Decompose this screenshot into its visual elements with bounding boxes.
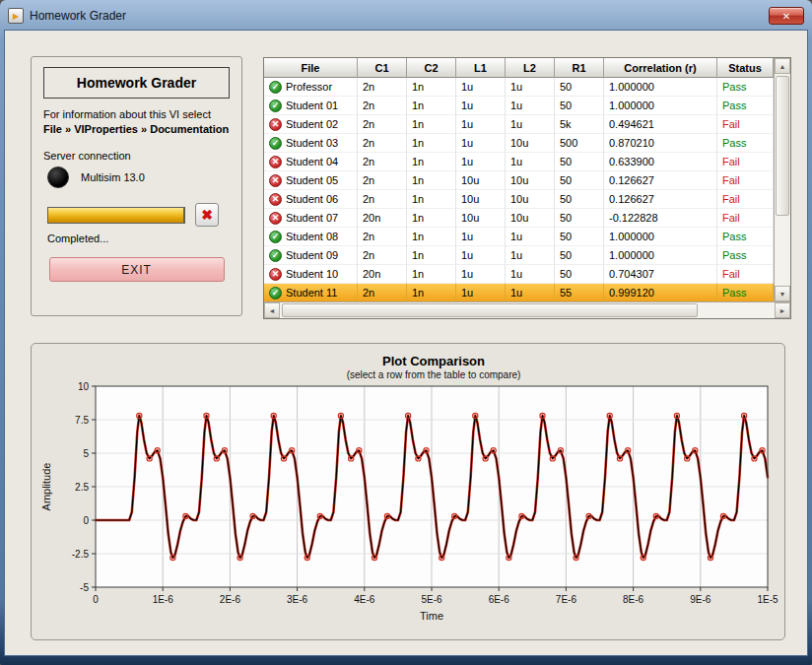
column-header[interactable]: Status	[717, 58, 774, 78]
value-cell: 1n	[407, 115, 456, 134]
table-row[interactable]: ✕Student 062n1n10u10u500.126627Fail	[264, 190, 774, 209]
column-header[interactable]: L2	[506, 58, 555, 78]
x-tick-label: 5E-6	[421, 594, 442, 605]
plot-area[interactable]: 01E-62E-63E-64E-65E-66E-67E-68E-69E-61E-…	[32, 382, 784, 629]
x-axis-label: Time	[420, 610, 443, 622]
table-row[interactable]: ✕Student 0720n1n10u10u50-0.122828Fail	[264, 209, 774, 228]
column-header[interactable]: C1	[358, 58, 407, 78]
value-cell: 1u	[456, 284, 506, 301]
value-cell: 1.000000	[604, 228, 717, 246]
server-name: Multisim 13.0	[81, 171, 145, 183]
table-row[interactable]: ✓Student 032n1n1u10u5000.870210Pass	[264, 134, 774, 153]
value-cell: 1u	[456, 97, 506, 115]
table-row[interactable]: ✓Student 092n1n1u1u501.000000Pass	[264, 246, 774, 265]
pass-icon: ✓	[269, 137, 282, 150]
value-cell: 1.000000	[604, 78, 717, 97]
file-name: Student 09	[286, 249, 338, 261]
column-header[interactable]: File	[264, 58, 358, 78]
value-cell: 1n	[407, 97, 456, 115]
column-header[interactable]: Correlation (r)	[604, 58, 717, 78]
value-cell: 1u	[506, 284, 555, 301]
table-row[interactable]: ✓Student 082n1n1u1u501.000000Pass	[264, 228, 774, 246]
value-cell: 5k	[555, 115, 604, 134]
file-cell-content: ✓Student 09	[269, 246, 355, 264]
plot-panel: Plot Comparison (select a row from the t…	[31, 343, 785, 640]
pass-icon: ✓	[269, 287, 282, 299]
value-cell: 50	[555, 228, 604, 246]
column-header[interactable]: C2	[407, 58, 456, 78]
labview-arrow-icon: ▶	[13, 12, 19, 21]
column-header[interactable]: L1	[456, 58, 506, 78]
comparison-chart[interactable]: 01E-62E-63E-64E-65E-66E-67E-68E-69E-61E-…	[34, 382, 779, 629]
vertical-scroll-track[interactable]	[775, 74, 790, 286]
close-icon: ✕	[782, 11, 790, 22]
table-row[interactable]: ✕Student 022n1n1u1u5k0.494621Fail	[264, 115, 774, 134]
horizontal-scroll-thumb[interactable]	[282, 303, 698, 317]
status-cell: Pass	[717, 284, 774, 301]
file-cell: ✕Student 02	[264, 115, 358, 134]
file-cell: ✕Student 07	[264, 209, 358, 228]
status-cell: Fail	[717, 115, 774, 134]
y-tick-label: -5	[80, 582, 89, 593]
server-led-indicator[interactable]	[47, 166, 69, 188]
value-cell: 2n	[358, 246, 407, 265]
scroll-left-icon: ◄	[269, 307, 276, 314]
value-cell: 2n	[358, 171, 407, 190]
value-cell: 20n	[358, 209, 407, 228]
scroll-up-button[interactable]: ▲	[775, 58, 790, 74]
table-scroll-region: FileC1C2L1L2R1Correlation (r)Status ✓Pro…	[264, 58, 790, 301]
value-cell: 2n	[358, 284, 407, 301]
info-text: For information about this VI select Fil…	[43, 107, 230, 137]
file-name: Student 01	[286, 100, 338, 111]
table-row[interactable]: ✓Professor2n1n1u1u501.000000Pass	[264, 78, 774, 97]
x-tick-label: 1E-5	[757, 594, 778, 605]
table-row[interactable]: ✓Student 012n1n1u1u501.000000Pass	[264, 97, 774, 115]
file-cell-content: ✓Professor	[269, 78, 355, 96]
y-tick-label: -2.5	[72, 549, 90, 560]
value-cell: 1u	[456, 134, 506, 153]
value-cell: 1.000000	[604, 97, 717, 115]
fail-icon: ✕	[269, 212, 282, 225]
value-cell: 0.126627	[604, 190, 717, 209]
column-header[interactable]: R1	[555, 58, 604, 78]
value-cell: 500	[555, 134, 604, 153]
x-tick-label: 9E-6	[690, 594, 711, 605]
panel-title-text: Homework Grader	[77, 75, 196, 91]
table-row[interactable]: ✕Student 052n1n10u10u500.126627Fail	[264, 171, 774, 190]
fail-icon: ✕	[269, 118, 282, 131]
value-cell: 50	[555, 209, 604, 228]
file-name: Student 03	[286, 137, 338, 149]
file-cell: ✓Professor	[264, 78, 358, 97]
file-name: Student 02	[286, 118, 338, 130]
status-text: Completed...	[47, 233, 230, 244]
status-cell: Pass	[717, 246, 774, 265]
file-cell-content: ✓Student 03	[269, 134, 355, 152]
table-row[interactable]: ✓Student 112n1n1u1u550.999120Pass	[264, 284, 774, 301]
file-name: Student 08	[286, 231, 338, 242]
table-row[interactable]: ✕Student 1020n1n1u1u500.704307Fail	[264, 265, 774, 284]
value-cell: 55	[555, 284, 604, 301]
file-cell-content: ✕Student 04	[269, 153, 355, 170]
scroll-left-button[interactable]: ◄	[264, 302, 280, 318]
scroll-right-button[interactable]: ►	[775, 302, 790, 318]
horizontal-scroll-track[interactable]	[280, 302, 775, 318]
y-tick-label: 0	[83, 515, 89, 526]
vertical-scrollbar[interactable]: ▲ ▼	[774, 58, 790, 301]
pass-icon: ✓	[269, 100, 282, 112]
horizontal-scrollbar[interactable]: ◄ ►	[264, 301, 790, 318]
value-cell: 1u	[506, 97, 555, 115]
close-button[interactable]: ✕	[769, 7, 804, 25]
exit-button[interactable]: EXIT	[49, 257, 225, 282]
vertical-scroll-thumb[interactable]	[776, 76, 789, 216]
title-bar[interactable]: ▶ Homework Grader ✕	[0, 0, 812, 26]
scroll-down-button[interactable]: ▼	[775, 286, 790, 301]
file-name: Professor	[286, 81, 332, 93]
abort-button[interactable]: ✖	[195, 203, 219, 227]
value-cell: 1u	[506, 78, 555, 97]
x-tick-label: 3E-6	[287, 594, 308, 605]
table-row[interactable]: ✕Student 042n1n1u1u500.633900Fail	[264, 153, 774, 171]
x-tick-label: 7E-6	[556, 594, 577, 605]
status-cell: Fail	[717, 190, 774, 209]
value-cell: 0.494621	[604, 115, 717, 134]
value-cell: 0.126627	[604, 171, 717, 190]
